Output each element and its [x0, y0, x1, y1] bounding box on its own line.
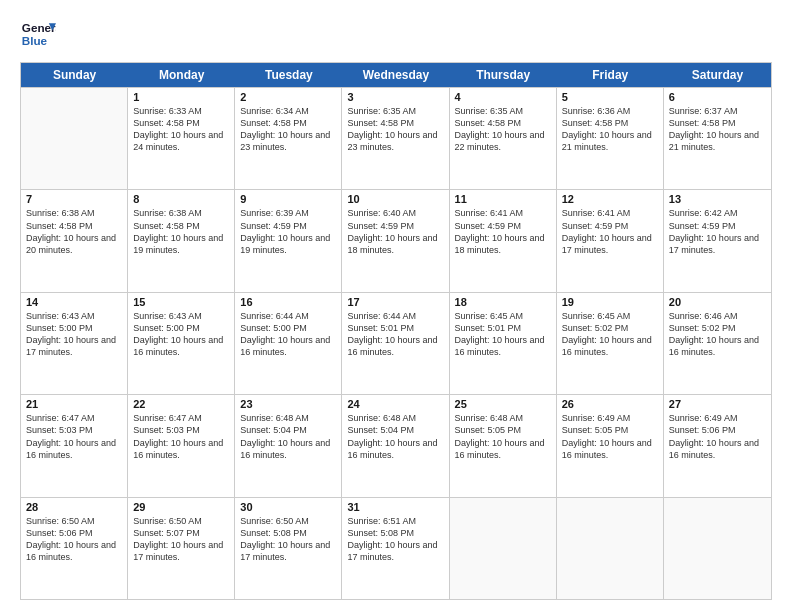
header-day-sunday: Sunday: [21, 63, 128, 87]
day-number: 21: [26, 398, 122, 410]
calendar-row-4: 21Sunrise: 6:47 AMSunset: 5:03 PMDayligh…: [21, 394, 771, 496]
calendar-cell: 17Sunrise: 6:44 AMSunset: 5:01 PMDayligh…: [342, 293, 449, 394]
calendar-cell: 19Sunrise: 6:45 AMSunset: 5:02 PMDayligh…: [557, 293, 664, 394]
calendar-cell: 12Sunrise: 6:41 AMSunset: 4:59 PMDayligh…: [557, 190, 664, 291]
cell-info: Sunrise: 6:33 AMSunset: 4:58 PMDaylight:…: [133, 105, 229, 154]
day-number: 8: [133, 193, 229, 205]
calendar-cell: 30Sunrise: 6:50 AMSunset: 5:08 PMDayligh…: [235, 498, 342, 599]
day-number: 9: [240, 193, 336, 205]
header-day-thursday: Thursday: [450, 63, 557, 87]
calendar-row-1: 1Sunrise: 6:33 AMSunset: 4:58 PMDaylight…: [21, 87, 771, 189]
cell-info: Sunrise: 6:49 AMSunset: 5:06 PMDaylight:…: [669, 412, 766, 461]
page: General Blue SundayMondayTuesdayWednesda…: [0, 0, 792, 612]
day-number: 23: [240, 398, 336, 410]
calendar-cell: 15Sunrise: 6:43 AMSunset: 5:00 PMDayligh…: [128, 293, 235, 394]
calendar-cell: 29Sunrise: 6:50 AMSunset: 5:07 PMDayligh…: [128, 498, 235, 599]
cell-info: Sunrise: 6:41 AMSunset: 4:59 PMDaylight:…: [562, 207, 658, 256]
cell-info: Sunrise: 6:38 AMSunset: 4:58 PMDaylight:…: [133, 207, 229, 256]
day-number: 4: [455, 91, 551, 103]
day-number: 5: [562, 91, 658, 103]
day-number: 6: [669, 91, 766, 103]
calendar-row-3: 14Sunrise: 6:43 AMSunset: 5:00 PMDayligh…: [21, 292, 771, 394]
calendar-cell: 25Sunrise: 6:48 AMSunset: 5:05 PMDayligh…: [450, 395, 557, 496]
cell-info: Sunrise: 6:48 AMSunset: 5:04 PMDaylight:…: [240, 412, 336, 461]
cell-info: Sunrise: 6:44 AMSunset: 5:00 PMDaylight:…: [240, 310, 336, 359]
cell-info: Sunrise: 6:44 AMSunset: 5:01 PMDaylight:…: [347, 310, 443, 359]
day-number: 27: [669, 398, 766, 410]
calendar-cell: 23Sunrise: 6:48 AMSunset: 5:04 PMDayligh…: [235, 395, 342, 496]
day-number: 17: [347, 296, 443, 308]
cell-info: Sunrise: 6:41 AMSunset: 4:59 PMDaylight:…: [455, 207, 551, 256]
calendar-cell: 20Sunrise: 6:46 AMSunset: 5:02 PMDayligh…: [664, 293, 771, 394]
day-number: 20: [669, 296, 766, 308]
cell-info: Sunrise: 6:45 AMSunset: 5:01 PMDaylight:…: [455, 310, 551, 359]
day-number: 2: [240, 91, 336, 103]
calendar-cell: 28Sunrise: 6:50 AMSunset: 5:06 PMDayligh…: [21, 498, 128, 599]
calendar-cell: 5Sunrise: 6:36 AMSunset: 4:58 PMDaylight…: [557, 88, 664, 189]
header: General Blue: [20, 16, 772, 52]
calendar-cell: 13Sunrise: 6:42 AMSunset: 4:59 PMDayligh…: [664, 190, 771, 291]
calendar-cell: 7Sunrise: 6:38 AMSunset: 4:58 PMDaylight…: [21, 190, 128, 291]
calendar-cell: 27Sunrise: 6:49 AMSunset: 5:06 PMDayligh…: [664, 395, 771, 496]
calendar-cell: 1Sunrise: 6:33 AMSunset: 4:58 PMDaylight…: [128, 88, 235, 189]
cell-info: Sunrise: 6:50 AMSunset: 5:08 PMDaylight:…: [240, 515, 336, 564]
calendar-cell: 24Sunrise: 6:48 AMSunset: 5:04 PMDayligh…: [342, 395, 449, 496]
cell-info: Sunrise: 6:43 AMSunset: 5:00 PMDaylight:…: [26, 310, 122, 359]
cell-info: Sunrise: 6:42 AMSunset: 4:59 PMDaylight:…: [669, 207, 766, 256]
day-number: 29: [133, 501, 229, 513]
day-number: 26: [562, 398, 658, 410]
day-number: 31: [347, 501, 443, 513]
day-number: 3: [347, 91, 443, 103]
day-number: 14: [26, 296, 122, 308]
calendar-cell: 9Sunrise: 6:39 AMSunset: 4:59 PMDaylight…: [235, 190, 342, 291]
calendar-cell: [557, 498, 664, 599]
cell-info: Sunrise: 6:38 AMSunset: 4:58 PMDaylight:…: [26, 207, 122, 256]
day-number: 15: [133, 296, 229, 308]
cell-info: Sunrise: 6:34 AMSunset: 4:58 PMDaylight:…: [240, 105, 336, 154]
day-number: 11: [455, 193, 551, 205]
day-number: 13: [669, 193, 766, 205]
calendar-cell: [21, 88, 128, 189]
header-day-saturday: Saturday: [664, 63, 771, 87]
cell-info: Sunrise: 6:50 AMSunset: 5:06 PMDaylight:…: [26, 515, 122, 564]
cell-info: Sunrise: 6:37 AMSunset: 4:58 PMDaylight:…: [669, 105, 766, 154]
day-number: 10: [347, 193, 443, 205]
logo: General Blue: [20, 16, 56, 52]
calendar-row-2: 7Sunrise: 6:38 AMSunset: 4:58 PMDaylight…: [21, 189, 771, 291]
cell-info: Sunrise: 6:40 AMSunset: 4:59 PMDaylight:…: [347, 207, 443, 256]
calendar: SundayMondayTuesdayWednesdayThursdayFrid…: [20, 62, 772, 600]
cell-info: Sunrise: 6:36 AMSunset: 4:58 PMDaylight:…: [562, 105, 658, 154]
cell-info: Sunrise: 6:51 AMSunset: 5:08 PMDaylight:…: [347, 515, 443, 564]
cell-info: Sunrise: 6:47 AMSunset: 5:03 PMDaylight:…: [133, 412, 229, 461]
calendar-cell: 14Sunrise: 6:43 AMSunset: 5:00 PMDayligh…: [21, 293, 128, 394]
calendar-cell: 18Sunrise: 6:45 AMSunset: 5:01 PMDayligh…: [450, 293, 557, 394]
day-number: 22: [133, 398, 229, 410]
day-number: 24: [347, 398, 443, 410]
cell-info: Sunrise: 6:50 AMSunset: 5:07 PMDaylight:…: [133, 515, 229, 564]
cell-info: Sunrise: 6:35 AMSunset: 4:58 PMDaylight:…: [347, 105, 443, 154]
calendar-cell: 4Sunrise: 6:35 AMSunset: 4:58 PMDaylight…: [450, 88, 557, 189]
header-day-wednesday: Wednesday: [342, 63, 449, 87]
calendar-cell: 26Sunrise: 6:49 AMSunset: 5:05 PMDayligh…: [557, 395, 664, 496]
cell-info: Sunrise: 6:48 AMSunset: 5:04 PMDaylight:…: [347, 412, 443, 461]
cell-info: Sunrise: 6:47 AMSunset: 5:03 PMDaylight:…: [26, 412, 122, 461]
cell-info: Sunrise: 6:48 AMSunset: 5:05 PMDaylight:…: [455, 412, 551, 461]
calendar-cell: 6Sunrise: 6:37 AMSunset: 4:58 PMDaylight…: [664, 88, 771, 189]
cell-info: Sunrise: 6:45 AMSunset: 5:02 PMDaylight:…: [562, 310, 658, 359]
day-number: 16: [240, 296, 336, 308]
day-number: 7: [26, 193, 122, 205]
day-number: 28: [26, 501, 122, 513]
cell-info: Sunrise: 6:39 AMSunset: 4:59 PMDaylight:…: [240, 207, 336, 256]
calendar-row-5: 28Sunrise: 6:50 AMSunset: 5:06 PMDayligh…: [21, 497, 771, 599]
day-number: 30: [240, 501, 336, 513]
calendar-body: 1Sunrise: 6:33 AMSunset: 4:58 PMDaylight…: [21, 87, 771, 599]
day-number: 12: [562, 193, 658, 205]
cell-info: Sunrise: 6:35 AMSunset: 4:58 PMDaylight:…: [455, 105, 551, 154]
header-day-friday: Friday: [557, 63, 664, 87]
calendar-cell: 31Sunrise: 6:51 AMSunset: 5:08 PMDayligh…: [342, 498, 449, 599]
calendar-cell: 16Sunrise: 6:44 AMSunset: 5:00 PMDayligh…: [235, 293, 342, 394]
day-number: 19: [562, 296, 658, 308]
calendar-cell: 21Sunrise: 6:47 AMSunset: 5:03 PMDayligh…: [21, 395, 128, 496]
cell-info: Sunrise: 6:49 AMSunset: 5:05 PMDaylight:…: [562, 412, 658, 461]
svg-text:General: General: [22, 21, 56, 34]
